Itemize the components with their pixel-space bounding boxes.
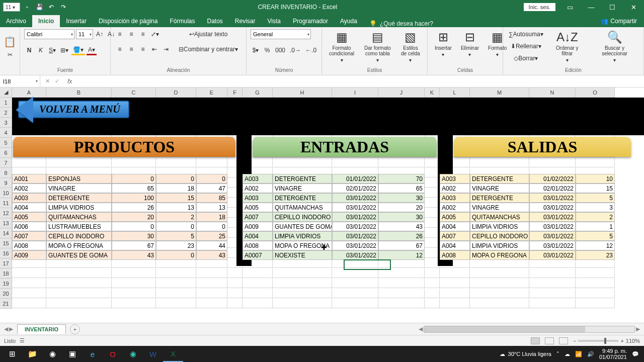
taskbar-excel-icon[interactable]: X: [163, 346, 183, 362]
taskbar-edge-icon[interactable]: ◉: [123, 346, 143, 362]
cell-G6[interactable]: [243, 148, 273, 157]
cell-B5[interactable]: [46, 138, 112, 147]
cell-I8[interactable]: [332, 168, 378, 177]
cell-M10[interactable]: [470, 188, 529, 198]
cell-I11[interactable]: [332, 198, 378, 208]
view-normal-icon[interactable]: [531, 337, 540, 344]
maximize-button[interactable]: ☐: [602, 0, 623, 14]
cell-F3[interactable]: [227, 118, 243, 127]
cell-K19[interactable]: [425, 279, 440, 288]
cell-N15[interactable]: [529, 238, 576, 248]
col-header-N[interactable]: N: [529, 87, 576, 98]
cell-O14[interactable]: [576, 228, 615, 238]
cell-K4[interactable]: [425, 128, 440, 137]
cell-K3[interactable]: [425, 118, 440, 127]
cell-K18[interactable]: [425, 268, 440, 278]
cell-O6[interactable]: [576, 148, 615, 157]
cell-N2[interactable]: [529, 108, 576, 117]
cell-K8[interactable]: [425, 168, 440, 177]
italic-button[interactable]: K: [36, 45, 46, 55]
cell-L2[interactable]: [440, 108, 470, 117]
tab-datos[interactable]: Datos: [201, 15, 228, 27]
cell-I18[interactable]: [332, 268, 378, 278]
cell-F5[interactable]: [227, 138, 243, 147]
cell-H2[interactable]: [273, 108, 332, 117]
taskbar-explorer-icon[interactable]: 📁: [22, 346, 42, 362]
cell-D6[interactable]: [156, 148, 196, 157]
row-header-13[interactable]: 13: [0, 218, 12, 228]
currency-icon[interactable]: $▾: [251, 45, 261, 55]
cell-E20[interactable]: [196, 289, 227, 298]
cell-L18[interactable]: [440, 268, 470, 278]
cell-H16[interactable]: [273, 248, 332, 258]
cell-O12[interactable]: [576, 208, 615, 218]
align-left-icon[interactable]: ≡: [115, 44, 125, 54]
row-header-20[interactable]: 20: [0, 289, 12, 299]
col-header-K[interactable]: K: [425, 87, 440, 98]
cell-K13[interactable]: [425, 218, 440, 228]
cell-E4[interactable]: [196, 128, 227, 137]
cell-G9[interactable]: [243, 178, 273, 188]
font-size-combo[interactable]: 11: [76, 29, 93, 39]
row-header-7[interactable]: 7: [0, 158, 12, 168]
cell-F4[interactable]: [227, 128, 243, 137]
cell-J11[interactable]: [378, 198, 425, 208]
cell-I3[interactable]: [332, 118, 378, 127]
cell-M7[interactable]: [470, 158, 529, 167]
cell-D4[interactable]: [156, 128, 196, 137]
cell-H19[interactable]: [273, 279, 332, 288]
sheet-tab-inventario[interactable]: INVENTARIO: [17, 324, 66, 334]
align-top-icon[interactable]: ≡: [115, 29, 125, 39]
cell-N6[interactable]: [529, 148, 576, 157]
percent-icon[interactable]: %: [262, 45, 272, 55]
cell-G21[interactable]: [243, 299, 273, 308]
hscroll-thumb[interactable]: [424, 326, 585, 332]
qat-undo-icon[interactable]: ↶: [46, 2, 56, 12]
cell-N1[interactable]: [529, 98, 576, 107]
cell-N4[interactable]: [529, 128, 576, 137]
cell-A14[interactable]: [12, 228, 46, 238]
cell-N11[interactable]: [529, 198, 576, 208]
cell-A8[interactable]: [12, 168, 46, 177]
cell-B9[interactable]: [46, 178, 112, 188]
cell-D19[interactable]: [156, 279, 196, 288]
cell-I13[interactable]: [332, 218, 378, 228]
cell-L11[interactable]: [440, 198, 470, 208]
cell-H10[interactable]: [273, 188, 332, 198]
close-button[interactable]: ✕: [623, 0, 644, 14]
cell-B10[interactable]: [46, 188, 112, 198]
cell-H18[interactable]: [273, 268, 332, 278]
tray-sound-icon[interactable]: 🔊: [587, 351, 594, 357]
cell-C6[interactable]: [112, 148, 156, 157]
cell-D8[interactable]: [156, 168, 196, 177]
sign-in-button[interactable]: Inic. ses.: [524, 3, 555, 11]
col-header-M[interactable]: M: [470, 87, 529, 98]
hscroll-track[interactable]: [424, 326, 635, 333]
cell-J16[interactable]: [378, 248, 425, 258]
row-header-1[interactable]: 1: [0, 98, 12, 108]
cell-L3[interactable]: [440, 118, 470, 127]
cell-F20[interactable]: [227, 289, 243, 298]
number-format-combo[interactable]: General: [251, 29, 311, 39]
cell-I15[interactable]: [332, 238, 378, 248]
cell-M20[interactable]: [470, 289, 529, 298]
sheet-nav-prev-icon[interactable]: ◀: [4, 326, 8, 332]
row-header-18[interactable]: 18: [0, 268, 12, 279]
cell-J6[interactable]: [378, 148, 425, 157]
col-header-G[interactable]: G: [243, 87, 273, 98]
cell-O7[interactable]: [576, 158, 615, 167]
align-middle-icon[interactable]: ≡: [126, 29, 136, 39]
cell-D21[interactable]: [156, 299, 196, 308]
cell-E11[interactable]: [196, 198, 227, 208]
cell-G3[interactable]: [243, 118, 273, 127]
cell-I9[interactable]: [332, 178, 378, 188]
cell-E8[interactable]: [196, 168, 227, 177]
cell-H11[interactable]: [273, 198, 332, 208]
cell-J1[interactable]: [378, 98, 425, 107]
cell-F18[interactable]: [227, 268, 243, 278]
tab-archivo[interactable]: Archivo: [0, 15, 32, 27]
border-button[interactable]: ⊞▾: [59, 45, 70, 55]
sheet-nav-next-icon[interactable]: ▶: [9, 326, 13, 332]
cell-F11[interactable]: [227, 198, 243, 208]
cell-K12[interactable]: [425, 208, 440, 218]
